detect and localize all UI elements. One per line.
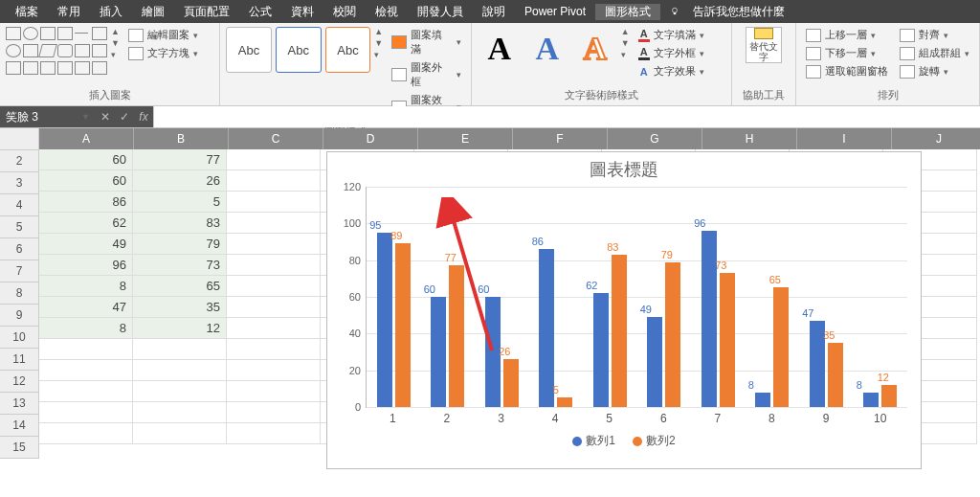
alt-text-button[interactable]: 替代文字: [746, 27, 782, 63]
cell[interactable]: [227, 318, 321, 339]
cell[interactable]: [227, 339, 321, 360]
bar[interactable]: [539, 249, 554, 407]
legend-item-1[interactable]: 數列1: [572, 433, 615, 449]
row-header[interactable]: 4: [0, 194, 39, 216]
cell[interactable]: 47: [39, 297, 133, 318]
bar[interactable]: [449, 265, 464, 407]
accept-icon[interactable]: ✓: [115, 110, 134, 124]
style-more-icon[interactable]: ▾: [374, 50, 384, 59]
cell[interactable]: [227, 297, 321, 318]
row-header[interactable]: 8: [0, 282, 39, 305]
menu-data[interactable]: 資料: [281, 4, 323, 20]
row-header[interactable]: 13: [0, 393, 39, 415]
row-header[interactable]: 6: [0, 238, 39, 260]
cell[interactable]: [39, 381, 133, 402]
select-all-corner[interactable]: [0, 128, 39, 150]
wordart-preset-3[interactable]: A: [573, 27, 617, 71]
wordart-preset-1[interactable]: A: [478, 27, 522, 71]
legend-item-2[interactable]: 數列2: [633, 433, 676, 449]
shape-fill-button[interactable]: 圖案填滿▾: [388, 27, 465, 57]
shape-style-preset-1[interactable]: Abc: [226, 27, 272, 73]
column-header[interactable]: H: [702, 128, 797, 149]
cell[interactable]: [227, 276, 321, 297]
wordart-preset-2[interactable]: A: [525, 27, 569, 71]
row-header[interactable]: 7: [0, 260, 39, 282]
cell[interactable]: [39, 423, 133, 444]
text-outline-button[interactable]: A文字外框▾: [635, 45, 708, 61]
cell[interactable]: [39, 402, 133, 423]
send-backward-button[interactable]: 下移一層▾: [802, 45, 892, 61]
cell[interactable]: [227, 360, 321, 381]
column-header[interactable]: E: [418, 128, 513, 149]
selection-pane-button[interactable]: 選取範圍窗格: [802, 63, 892, 79]
bar[interactable]: [720, 273, 735, 407]
cell[interactable]: [133, 360, 227, 381]
cell[interactable]: 35: [133, 297, 227, 318]
column-header[interactable]: F: [513, 128, 608, 149]
group-button[interactable]: 組成群組▾: [896, 45, 973, 61]
bar[interactable]: [881, 385, 897, 407]
menu-insert[interactable]: 插入: [90, 4, 132, 20]
wa-more-icon[interactable]: ▾: [621, 50, 631, 59]
row-header[interactable]: 9: [0, 305, 39, 327]
gallery-more-icon[interactable]: ▾: [111, 50, 121, 59]
cell[interactable]: [227, 255, 321, 276]
cell[interactable]: 83: [133, 213, 227, 234]
bring-forward-button[interactable]: 上移一層▾: [802, 27, 892, 43]
bar[interactable]: [612, 255, 627, 407]
rotate-button[interactable]: 旋轉▾: [896, 63, 973, 79]
column-header[interactable]: J: [892, 128, 980, 149]
textbox-button[interactable]: 文字方塊▾: [124, 45, 202, 61]
menu-help[interactable]: 說明: [473, 4, 515, 20]
shape-gallery[interactable]: [6, 27, 107, 77]
menu-home[interactable]: 常用: [48, 4, 90, 20]
text-fill-button[interactable]: A文字填滿▾: [635, 27, 708, 43]
cell[interactable]: [227, 381, 321, 402]
column-header[interactable]: D: [323, 128, 418, 149]
row-header[interactable]: 15: [0, 437, 39, 459]
formula-input[interactable]: [153, 106, 980, 127]
cell[interactable]: 12: [133, 318, 227, 339]
menu-powerpivot[interactable]: Power Pivot: [515, 5, 595, 18]
bar[interactable]: [395, 243, 411, 407]
gallery-down-icon[interactable]: ▼: [111, 38, 121, 48]
bar[interactable]: [377, 233, 392, 407]
bar[interactable]: [702, 231, 717, 407]
cell[interactable]: [39, 339, 133, 360]
row-header[interactable]: 11: [0, 349, 39, 371]
chart-plot-area[interactable]: 0204060801001209589607760268656283497996…: [366, 187, 907, 408]
cell[interactable]: [227, 423, 321, 444]
cell[interactable]: 5: [133, 192, 227, 213]
cell[interactable]: [39, 360, 133, 381]
menu-file[interactable]: 檔案: [6, 4, 48, 20]
bar[interactable]: [593, 293, 609, 407]
menu-developer[interactable]: 開發人員: [408, 4, 473, 20]
wa-up-icon[interactable]: ▲: [621, 27, 631, 36]
shape-style-preset-3[interactable]: Abc: [325, 27, 371, 73]
bar[interactable]: [755, 393, 770, 407]
shape-style-preset-2[interactable]: Abc: [276, 27, 322, 73]
align-button[interactable]: 對齊▾: [896, 27, 973, 43]
chart-legend[interactable]: 數列1 數列2: [327, 433, 921, 449]
cell[interactable]: 79: [133, 234, 227, 255]
menu-shape-format[interactable]: 圖形格式: [595, 4, 660, 20]
bar[interactable]: [431, 297, 446, 407]
cell[interactable]: [227, 402, 321, 423]
cell[interactable]: 60: [39, 170, 133, 192]
cell[interactable]: 65: [133, 276, 227, 297]
cell[interactable]: [227, 149, 321, 170]
bar[interactable]: [665, 262, 680, 407]
bar[interactable]: [647, 317, 662, 407]
menu-view[interactable]: 檢視: [366, 4, 408, 20]
cell[interactable]: 60: [39, 149, 133, 170]
menu-draw[interactable]: 繪圖: [132, 4, 174, 20]
cell[interactable]: 96: [39, 255, 133, 276]
bar[interactable]: [773, 287, 789, 407]
row-header[interactable]: 14: [0, 415, 39, 437]
bar[interactable]: [828, 343, 843, 407]
column-header[interactable]: C: [229, 128, 323, 149]
cell[interactable]: [227, 234, 321, 255]
gallery-up-icon[interactable]: ▲: [111, 27, 121, 36]
style-down-icon[interactable]: ▼: [374, 38, 384, 48]
text-effects-button[interactable]: A文字效果▾: [635, 63, 708, 79]
